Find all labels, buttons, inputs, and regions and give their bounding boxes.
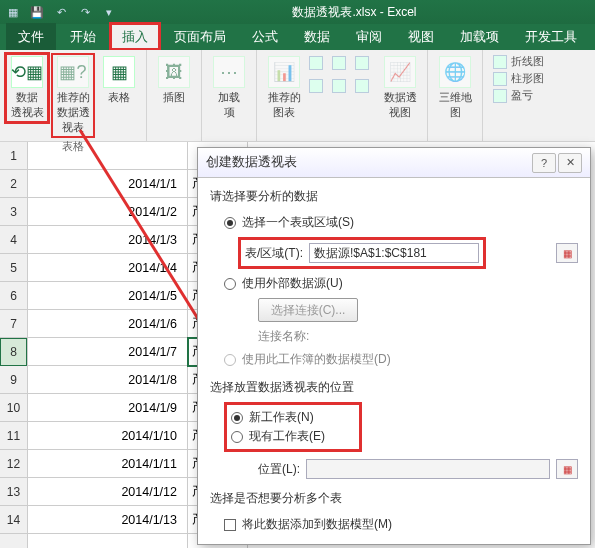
row-header[interactable]: 10 xyxy=(0,394,27,422)
cell[interactable]: 2014/1/12 xyxy=(28,478,187,506)
row-header[interactable]: 3 xyxy=(0,198,27,226)
table-label: 表格 xyxy=(108,90,130,105)
tab-data[interactable]: 数据 xyxy=(292,23,342,50)
ribbon: ⟲▦ 数据 透视表 ▦? 推荐的 数据透视表 ▦ 表格 表格 🖼 插图 ⋯ xyxy=(0,50,595,142)
redo-icon[interactable]: ↷ xyxy=(76,3,94,21)
undo-icon[interactable]: ↶ xyxy=(52,3,70,21)
radio-new-sheet[interactable] xyxy=(231,412,243,424)
collapse-dialog-icon[interactable]: ▦ xyxy=(556,243,578,263)
pivot-table-button[interactable]: ⟲▦ 数据 透视表 xyxy=(6,54,48,122)
tab-insert[interactable]: 插入 xyxy=(110,23,160,50)
dialog-titlebar[interactable]: 创建数据透视表 ? ✕ xyxy=(198,148,590,178)
radio-select-range-label: 选择一个表或区域(S) xyxy=(242,214,354,231)
column-a: 2014/1/12014/1/22014/1/32014/1/42014/1/5… xyxy=(28,142,188,548)
row-header[interactable]: 8 xyxy=(0,338,27,366)
tab-view[interactable]: 视图 xyxy=(396,23,446,50)
cell[interactable]: 2014/1/4 xyxy=(28,254,187,282)
window-title: 数据透视表.xlsx - Excel xyxy=(118,4,591,21)
row-header[interactable]: 12 xyxy=(0,450,27,478)
tab-file[interactable]: 文件 xyxy=(6,23,56,50)
table-button[interactable]: ▦ 表格 xyxy=(98,54,140,107)
recommended-chart-label: 推荐的 图表 xyxy=(268,90,301,120)
tab-review[interactable]: 审阅 xyxy=(344,23,394,50)
ribbon-group-3dmap: 🌐 三维地 图 xyxy=(428,50,483,141)
cell[interactable]: 2014/1/11 xyxy=(28,450,187,478)
cell[interactable]: 2014/1/3 xyxy=(28,226,187,254)
cell[interactable]: 2014/1/6 xyxy=(28,310,187,338)
titlebar: ▦ 💾 ↶ ↷ ▾ 数据透视表.xlsx - Excel xyxy=(0,0,595,24)
sparkline-column-button[interactable]: 柱形图 xyxy=(493,71,544,86)
3d-map-button[interactable]: 🌐 三维地 图 xyxy=(434,54,476,122)
highlight-placement-box: 新工作表(N) 现有工作表(E) xyxy=(224,402,362,452)
row-header[interactable]: 5 xyxy=(0,254,27,282)
chart-type-icon[interactable] xyxy=(355,79,369,93)
tab-home[interactable]: 开始 xyxy=(58,23,108,50)
sparkline-line-icon xyxy=(493,55,507,69)
recommended-pivot-icon: ▦? xyxy=(57,56,89,88)
cell[interactable]: 2014/1/10 xyxy=(28,422,187,450)
table-icon: ▦ xyxy=(103,56,135,88)
save-icon[interactable]: 💾 xyxy=(28,3,46,21)
cell[interactable]: 2014/1/7 xyxy=(28,338,187,366)
recommended-pivot-label: 推荐的 数据透视表 xyxy=(52,90,94,135)
collapse-dialog-icon[interactable]: ▦ xyxy=(556,459,578,479)
row-header[interactable]: 6 xyxy=(0,282,27,310)
chart-type-icon[interactable] xyxy=(332,56,346,70)
quick-access-toolbar: ▦ 💾 ↶ ↷ ▾ xyxy=(4,3,118,21)
close-button[interactable]: ✕ xyxy=(558,153,582,173)
row-header[interactable]: 7 xyxy=(0,310,27,338)
section-analyze-data: 请选择要分析的数据 xyxy=(210,188,578,205)
chart-type-icon[interactable] xyxy=(332,79,346,93)
addins-button[interactable]: ⋯ 加载 项 xyxy=(208,54,250,122)
row-header[interactable]: 14 xyxy=(0,506,27,534)
radio-select-range[interactable] xyxy=(224,217,236,229)
row-header[interactable]: 2 xyxy=(0,170,27,198)
radio-existing-sheet[interactable] xyxy=(231,431,243,443)
highlight-range-box: 表/区域(T): 数据源!$A$1:$C$181 xyxy=(238,237,486,269)
help-button[interactable]: ? xyxy=(532,153,556,173)
cell[interactable]: 2014/1/8 xyxy=(28,366,187,394)
recommended-chart-button[interactable]: 📊 推荐的 图表 xyxy=(263,54,305,122)
sparkline-column-icon xyxy=(493,72,507,86)
row-header[interactable]: 13 xyxy=(0,478,27,506)
chart-type-icon[interactable] xyxy=(309,56,323,70)
pivot-chart-button[interactable]: 📈 数据透视图 xyxy=(379,54,421,122)
cell[interactable]: 2014/1/2 xyxy=(28,198,187,226)
chart-type-icon[interactable] xyxy=(355,56,369,70)
excel-icon[interactable]: ▦ xyxy=(4,3,22,21)
qat-dropdown-icon[interactable]: ▾ xyxy=(100,3,118,21)
ribbon-group-tables: ⟲▦ 数据 透视表 ▦? 推荐的 数据透视表 ▦ 表格 表格 xyxy=(0,50,147,141)
radio-external-source[interactable] xyxy=(224,278,236,290)
radio-external-label: 使用外部数据源(U) xyxy=(242,275,343,292)
row-header[interactable]: 9 xyxy=(0,366,27,394)
ribbon-group-charts: 📊 推荐的 图表 📈 数据透视图 xyxy=(257,50,428,141)
cell[interactable]: 2014/1/5 xyxy=(28,282,187,310)
sparkline-column-label: 柱形图 xyxy=(511,71,544,86)
row-header[interactable]: 11 xyxy=(0,422,27,450)
row-header[interactable]: 4 xyxy=(0,226,27,254)
tab-formulas[interactable]: 公式 xyxy=(240,23,290,50)
radio-existing-sheet-label: 现有工作表(E) xyxy=(249,428,325,445)
chart-type-icon[interactable] xyxy=(309,79,323,93)
checkbox-add-to-model[interactable] xyxy=(224,519,236,531)
3d-map-label: 三维地 图 xyxy=(439,90,472,120)
sparkline-line-button[interactable]: 折线图 xyxy=(493,54,544,69)
group-label-tables: 表格 xyxy=(6,137,140,156)
location-input[interactable] xyxy=(306,459,550,479)
range-input[interactable]: 数据源!$A$1:$C$181 xyxy=(309,243,479,263)
radio-datamodel xyxy=(224,354,236,366)
illustrations-button[interactable]: 🖼 插图 xyxy=(153,54,195,107)
dialog-title: 创建数据透视表 xyxy=(206,154,532,171)
choose-connection-button[interactable]: 选择连接(C)... xyxy=(258,298,358,322)
cell[interactable]: 2014/1/13 xyxy=(28,506,187,534)
cell[interactable]: 2014/1/1 xyxy=(28,170,187,198)
range-label: 表/区域(T): xyxy=(245,245,303,262)
tab-addins[interactable]: 加载项 xyxy=(448,23,511,50)
cell[interactable]: 2014/1/9 xyxy=(28,394,187,422)
tab-developer[interactable]: 开发工具 xyxy=(513,23,589,50)
sparkline-winloss-button[interactable]: 盈亏 xyxy=(493,88,544,103)
connection-name-label: 连接名称: xyxy=(258,328,309,345)
illustrations-label: 插图 xyxy=(163,90,185,105)
tab-page-layout[interactable]: 页面布局 xyxy=(162,23,238,50)
recommended-pivot-button[interactable]: ▦? 推荐的 数据透视表 xyxy=(52,54,94,137)
